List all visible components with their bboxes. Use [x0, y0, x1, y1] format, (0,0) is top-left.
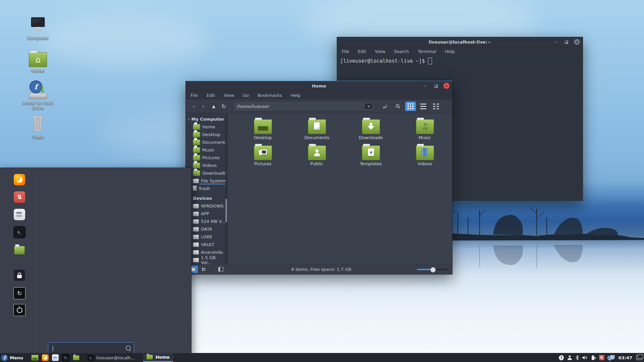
app-menu-popup: ⇅ $_ ↻ | All Applications ✂Accessories G… [0, 168, 192, 354]
desktop-icon-trash[interactable]: Trash [19, 113, 56, 140]
terminal-titlebar[interactable]: liveuser@localhost-live:~ − × [337, 37, 583, 47]
shell-prompt: [liveuser@localhost-live ~]$ [340, 58, 425, 64]
sidebar-device-app[interactable]: APP [186, 210, 227, 218]
notifications-applet[interactable]: ! 1 [559, 355, 564, 360]
shutdown-button[interactable] [13, 304, 25, 316]
menu-search[interactable]: Search [394, 49, 409, 54]
sidebar-section-my-computer[interactable]: ▾My Computer [186, 117, 227, 123]
volume-icon[interactable] [582, 355, 588, 360]
folder-downloads[interactable]: Downloads [344, 119, 398, 140]
refresh-button[interactable]: ↻ [219, 102, 229, 111]
taskbar-window-terminal[interactable]: $_ liveuser@localh... [84, 353, 138, 362]
sidebar-device-524mb[interactable]: 524 MB V... [186, 218, 227, 225]
sidebar-item-pictures[interactable]: Pictures [186, 154, 227, 162]
folder-public[interactable]: Public [290, 145, 344, 166]
sidebar-scrollbar[interactable] [225, 114, 227, 264]
search-icon [126, 346, 131, 351]
fm-toolbar: ◂ ▸ ▲ ↻ /home/liveuser × [186, 100, 452, 113]
sidebar-device-windows[interactable]: WINDOWS [186, 202, 227, 210]
favorite-system-settings[interactable] [14, 209, 25, 220]
favorite-firefox[interactable] [14, 174, 25, 185]
launcher-terminal[interactable]: $_ [62, 354, 69, 361]
scrollbar-thumb[interactable] [225, 199, 227, 222]
menu-go[interactable]: Go [243, 93, 249, 98]
menu-help[interactable]: Help [445, 49, 455, 54]
update-manager-icon[interactable]: ⇅ [599, 355, 604, 360]
sidebar-item-trash[interactable]: Trash [186, 185, 227, 192]
taskbar-window-home[interactable]: Home [143, 353, 173, 362]
launcher-thunderbird[interactable]: ✎ [52, 354, 59, 361]
lock-screen-button[interactable] [13, 269, 25, 281]
folder-videos[interactable]: Videos [398, 145, 452, 166]
network-icon[interactable] [607, 355, 615, 361]
favorite-files[interactable] [14, 244, 25, 256]
sidebar-item-videos[interactable]: Videos [186, 162, 227, 169]
logout-button[interactable]: ↻ [13, 287, 25, 299]
back-button[interactable]: ◂ [189, 102, 199, 111]
toggle-location-entry-button[interactable] [380, 102, 390, 111]
icon-view-button[interactable] [405, 102, 416, 111]
sidebar-device-15gb[interactable]: 1.5 GB Vol... [186, 256, 227, 264]
fm-file-area[interactable]: Desktop Documents Downloads ♫ Music [228, 113, 452, 265]
show-treeview-button[interactable] [200, 265, 210, 273]
user-applet-icon[interactable] [567, 355, 573, 360]
template-emblem: a [368, 148, 374, 156]
menu-help[interactable]: Help [290, 93, 301, 98]
folder-desktop[interactable]: Desktop [236, 119, 290, 140]
menu-button[interactable]: f Menu [0, 355, 23, 361]
bluetooth-icon[interactable] [576, 355, 579, 360]
compact-view-button[interactable] [431, 102, 441, 111]
maximize-button[interactable] [563, 39, 569, 45]
menu-view[interactable]: View [375, 49, 385, 54]
sidebar-item-file-system[interactable]: File System [186, 177, 227, 185]
system-tray: ! 1 ⇅ 03:47 [559, 355, 644, 361]
sidebar-item-music[interactable]: Music [186, 146, 227, 154]
folder-pictures[interactable]: Pictures [236, 145, 290, 166]
folder-music[interactable]: ♫ Music [398, 119, 452, 140]
terminal-icon: $_ [18, 231, 21, 234]
toggle-sidebar-button[interactable] [216, 265, 226, 273]
minimize-button[interactable]: − [422, 83, 428, 89]
sidebar-item-downloads[interactable]: Downloads [186, 169, 227, 177]
menu-terminal[interactable]: Terminal [418, 49, 436, 54]
sidebar-item-documents[interactable]: Documents [186, 138, 227, 146]
menu-file[interactable]: File [342, 49, 349, 54]
sidebar-device-lore[interactable]: LORE [186, 233, 227, 241]
close-button[interactable]: × [574, 39, 580, 45]
sidebar-device-data[interactable]: DATA [186, 225, 227, 233]
search-button[interactable] [392, 102, 403, 111]
minimize-button[interactable]: − [552, 39, 558, 45]
sidebar-device-vault[interactable]: VAULT [186, 241, 227, 248]
menu-edit[interactable]: Edit [358, 49, 366, 54]
desktop-icon-install[interactable]: f ↓ Install to Hard Drive [19, 79, 56, 111]
show-desktop-button[interactable] [31, 355, 39, 361]
close-button[interactable]: × [443, 83, 449, 89]
menu-bookmarks[interactable]: Bookmarks [258, 93, 282, 98]
launcher-files[interactable] [73, 354, 79, 361]
launcher-firefox[interactable] [42, 354, 49, 361]
menu-file[interactable]: File [191, 93, 198, 98]
favorite-terminal[interactable]: $_ [13, 226, 25, 238]
desktop-icon-computer[interactable]: Computer [19, 14, 56, 41]
sidebar-item-desktop[interactable]: Desktop [186, 131, 227, 138]
list-view-button[interactable] [418, 102, 429, 111]
maximize-button[interactable] [433, 83, 439, 89]
up-button[interactable]: ▲ [209, 102, 219, 111]
zoom-slider-knob[interactable] [430, 267, 436, 273]
location-bar[interactable]: /home/liveuser × [233, 101, 374, 111]
clock[interactable]: 03:47 [619, 355, 632, 360]
menu-edit[interactable]: Edit [207, 93, 215, 98]
zoom-slider[interactable] [417, 269, 448, 270]
window-list-icon[interactable] [636, 355, 642, 360]
sidebar-item-home[interactable]: Home [186, 123, 227, 131]
battery-power-icon[interactable] [591, 355, 596, 360]
menu-view[interactable]: View [224, 93, 234, 98]
forward-button[interactable]: ▸ [199, 102, 209, 111]
clear-location-icon[interactable]: × [365, 104, 372, 109]
file-manager-window: Home − × File Edit View Go Bookmarks Hel… [185, 81, 452, 275]
folder-documents[interactable]: Documents [290, 119, 344, 140]
desktop-icon-home[interactable]: ⌂ Home [19, 47, 56, 73]
favorite-install-updates[interactable]: ⇅ [14, 191, 25, 203]
fm-titlebar[interactable]: Home − × [186, 81, 452, 91]
folder-templates[interactable]: a Templates [344, 145, 398, 166]
